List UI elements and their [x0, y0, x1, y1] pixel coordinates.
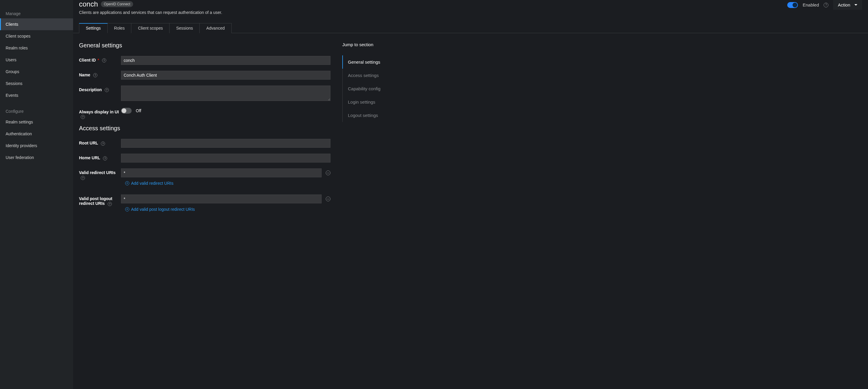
jump-access-settings[interactable]: Access settings	[343, 69, 386, 82]
label-always-display: Always display in UI ?	[79, 108, 121, 119]
remove-post-logout-uri-0[interactable]	[326, 197, 331, 201]
input-home-url[interactable]	[121, 154, 331, 162]
tab-advanced[interactable]: Advanced	[200, 23, 231, 33]
client-title: conch	[79, 0, 98, 8]
sidebar-item-users[interactable]: Users	[0, 54, 73, 66]
form-area: General settings Client ID * ? Name ?	[79, 42, 331, 389]
sidebar-section-configure: Configure	[0, 107, 73, 116]
sidebar-item-sessions[interactable]: Sessions	[0, 78, 73, 89]
add-redirect-uri-link[interactable]: Add valid redirect URIs	[121, 181, 173, 186]
label-post-logout-uris: Valid post logout redirect URIs ?	[79, 194, 121, 206]
main: conch OpenID Connect Clients are applica…	[73, 0, 868, 389]
jump-logout-settings[interactable]: Logout settings	[343, 109, 386, 122]
required-indicator: *	[96, 58, 99, 62]
label-root-url: Root URL ?	[79, 139, 121, 145]
help-icon-root-url[interactable]: ?	[101, 142, 105, 146]
sidebar-item-user-federation[interactable]: User federation	[0, 152, 73, 163]
label-redirect-uris: Valid redirect URIs ?	[79, 169, 121, 180]
jump-nav: Jump to section General settings Access …	[342, 42, 386, 389]
toggle-always-display[interactable]	[121, 108, 132, 114]
help-icon-post-logout-uris[interactable]: ?	[108, 202, 112, 206]
sidebar-section-manage: Manage	[0, 9, 73, 18]
plus-circle-icon	[125, 207, 129, 211]
add-post-logout-uri-label: Add valid post logout redirect URIs	[131, 207, 195, 212]
help-icon-client-id[interactable]: ?	[102, 58, 106, 62]
label-description: Description ?	[79, 86, 121, 92]
add-post-logout-uri-link[interactable]: Add valid post logout redirect URIs	[121, 207, 195, 212]
jump-nav-title: Jump to section	[342, 42, 386, 47]
sidebar-item-groups[interactable]: Groups	[0, 66, 73, 78]
label-name: Name ?	[79, 71, 121, 77]
input-redirect-uri-0[interactable]	[121, 169, 321, 177]
sidebar-item-realm-roles[interactable]: Realm roles	[0, 42, 73, 54]
sidebar-item-events[interactable]: Events	[0, 89, 73, 101]
protocol-badge: OpenID Connect	[101, 1, 133, 7]
tab-client-scopes[interactable]: Client scopes	[131, 23, 169, 33]
enabled-label: Enabled	[803, 2, 819, 7]
sidebar-item-clients[interactable]: Clients	[0, 18, 73, 30]
tab-settings[interactable]: Settings	[79, 23, 108, 33]
input-root-url[interactable]	[121, 139, 331, 148]
sidebar-search-underline	[6, 0, 67, 0]
sidebar: Manage Clients Client scopes Realm roles…	[0, 0, 73, 389]
input-name[interactable]	[121, 71, 331, 80]
label-home-url: Home URL ?	[79, 154, 121, 160]
label-client-id: Client ID * ?	[79, 56, 121, 62]
tab-sessions[interactable]: Sessions	[169, 23, 200, 33]
section-access-title: Access settings	[79, 125, 331, 132]
tabs: Settings Roles Client scopes Sessions Ad…	[73, 23, 868, 33]
remove-redirect-uri-0[interactable]	[326, 171, 331, 175]
sidebar-item-authentication[interactable]: Authentication	[0, 128, 73, 140]
sidebar-item-client-scopes[interactable]: Client scopes	[0, 30, 73, 42]
input-client-id[interactable]	[121, 56, 331, 65]
jump-login-settings[interactable]: Login settings	[343, 95, 386, 109]
client-subtitle: Clients are applications and services th…	[79, 10, 222, 15]
sidebar-item-identity-providers[interactable]: Identity providers	[0, 140, 73, 152]
plus-circle-icon	[125, 181, 129, 185]
section-general-title: General settings	[79, 42, 331, 49]
jump-general-settings[interactable]: General settings	[342, 55, 386, 69]
enabled-toggle[interactable]	[787, 2, 798, 8]
add-redirect-uri-label: Add valid redirect URIs	[131, 181, 173, 186]
help-icon-always-display[interactable]: ?	[81, 115, 85, 119]
toggle-always-display-state: Off	[136, 108, 141, 113]
help-icon-name[interactable]: ?	[93, 73, 97, 77]
input-post-logout-uri-0[interactable]	[121, 194, 321, 203]
sidebar-item-realm-settings[interactable]: Realm settings	[0, 116, 73, 128]
help-icon-home-url[interactable]: ?	[103, 156, 107, 160]
caret-down-icon	[855, 4, 857, 6]
help-icon[interactable]: ?	[824, 3, 828, 7]
tab-roles[interactable]: Roles	[108, 23, 132, 33]
input-description[interactable]	[121, 86, 331, 101]
help-icon-redirect-uris[interactable]: ?	[81, 176, 85, 180]
help-icon-description[interactable]: ?	[105, 88, 109, 92]
page-header: conch OpenID Connect Clients are applica…	[73, 0, 868, 15]
action-dropdown[interactable]: Action	[833, 0, 862, 10]
action-label: Action	[838, 2, 850, 7]
jump-capability-config[interactable]: Capability config	[343, 82, 386, 95]
